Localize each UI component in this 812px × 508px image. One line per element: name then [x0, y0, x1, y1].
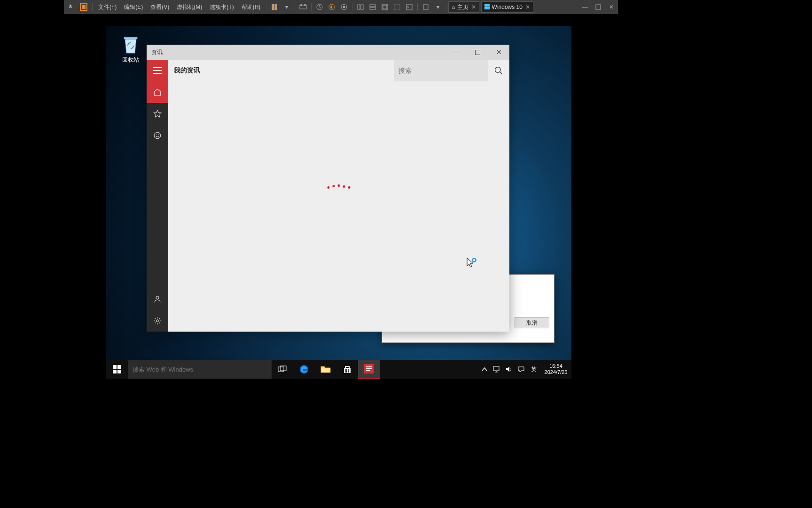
start-button[interactable] [106, 360, 128, 379]
news-header: 我的资讯 [168, 60, 509, 81]
guest-desktop: 回收站 取消 资讯 — ✕ [106, 26, 571, 379]
svg-rect-16 [383, 5, 387, 9]
unity-icon[interactable] [391, 0, 403, 14]
search-icon [494, 66, 503, 75]
send-ctrl-alt-del-icon[interactable] [297, 0, 309, 14]
svg-rect-6 [304, 4, 305, 6]
tray-ime-indicator[interactable]: 英 [527, 360, 540, 379]
svg-rect-13 [370, 5, 375, 7]
nav-settings[interactable] [147, 310, 168, 332]
tray-network-icon[interactable] [491, 360, 503, 379]
svg-rect-21 [487, 4, 490, 7]
nav-feedback[interactable] [147, 125, 168, 146]
vmware-minimize-button[interactable]: — [578, 0, 592, 14]
svg-rect-14 [370, 8, 375, 9]
svg-point-31 [495, 67, 501, 73]
svg-point-27 [156, 135, 157, 135]
vmware-maximize-button[interactable] [592, 0, 605, 14]
hamburger-button[interactable] [147, 60, 168, 81]
taskbar-search-input[interactable] [128, 360, 272, 379]
window-title: 资讯 [151, 48, 163, 56]
svg-rect-45 [348, 371, 349, 373]
pin-icon[interactable] [64, 0, 77, 14]
clock-date: 2024/7/25 [542, 369, 570, 375]
tab-label: Windows 10 [492, 4, 523, 10]
snapshot-take-icon[interactable] [313, 0, 326, 14]
nav-favorites[interactable] [147, 103, 168, 125]
vmware-close-button[interactable]: ✕ [605, 0, 618, 14]
stretch-dropdown-icon[interactable]: ▾ [432, 0, 444, 14]
taskbar-explorer[interactable] [315, 360, 336, 379]
news-titlebar[interactable]: 资讯 — ✕ [147, 45, 509, 60]
nav-home[interactable] [147, 81, 168, 103]
tab-windows10[interactable]: Windows 10 ✕ [481, 1, 533, 13]
window-maximize-button[interactable] [467, 45, 488, 60]
menu-view[interactable]: 查看(V) [147, 0, 173, 14]
recycle-bin-icon [121, 34, 140, 55]
svg-rect-11 [358, 5, 360, 9]
svg-rect-47 [366, 366, 372, 367]
search-button[interactable] [488, 60, 509, 81]
svg-rect-49 [366, 370, 370, 371]
task-view-icon [278, 365, 287, 373]
tray-action-center-icon[interactable] [515, 360, 527, 379]
window-minimize-button[interactable]: — [446, 45, 467, 60]
tab-close-icon[interactable]: ✕ [525, 4, 530, 10]
task-view-button[interactable] [272, 360, 293, 379]
svg-rect-17 [394, 4, 400, 10]
svg-point-10 [343, 6, 345, 8]
taskbar-clock[interactable]: 16:54 2024/7/25 [540, 360, 571, 378]
svg-rect-23 [487, 7, 490, 9]
menu-vm[interactable]: 虚拟机(M) [173, 0, 206, 14]
pause-icon[interactable] [268, 0, 281, 14]
fullscreen-icon[interactable] [379, 0, 391, 14]
svg-rect-1 [82, 5, 86, 9]
cancel-button[interactable]: 取消 [515, 317, 549, 328]
page-title: 我的资讯 [168, 66, 394, 75]
tray-overflow-button[interactable] [478, 360, 491, 379]
news-app-icon [364, 364, 374, 373]
store-icon [343, 365, 352, 374]
svg-point-29 [156, 296, 159, 299]
svg-rect-36 [113, 370, 117, 373]
stretch-icon[interactable] [420, 0, 432, 14]
vmware-menubar: 文件(F) 编辑(E) 查看(V) 虚拟机(M) 选项卡(T) 帮助(H) ▾ … [64, 0, 618, 14]
svg-rect-41 [321, 368, 330, 373]
view-multi-icon[interactable] [367, 0, 379, 14]
svg-rect-19 [423, 5, 428, 9]
menu-help[interactable]: 帮助(H) [238, 0, 265, 14]
svg-rect-37 [117, 370, 121, 373]
taskbar-news-app[interactable] [358, 360, 380, 379]
window-close-button[interactable]: ✕ [488, 45, 509, 60]
recycle-bin-label: 回收站 [117, 56, 145, 64]
svg-rect-2 [272, 4, 274, 10]
svg-rect-20 [484, 4, 487, 7]
recycle-bin[interactable]: 回收站 [117, 34, 145, 64]
snapshot-manager-icon[interactable] [338, 0, 350, 14]
windows-icon [113, 365, 121, 373]
tab-label: 主页 [457, 3, 468, 11]
svg-point-33 [473, 259, 475, 261]
mouse-cursor-busy-icon [466, 257, 477, 269]
search-input[interactable] [394, 60, 488, 81]
tab-home[interactable]: ⌂ 主页 ✕ [448, 1, 479, 13]
console-icon[interactable] [403, 0, 415, 14]
dropdown-icon[interactable]: ▾ [281, 0, 293, 14]
svg-rect-44 [345, 371, 347, 373]
folder-icon [320, 365, 331, 373]
menu-file[interactable]: 文件(F) [94, 0, 120, 14]
svg-rect-42 [345, 369, 347, 371]
tab-close-icon[interactable]: ✕ [471, 4, 476, 10]
loading-spinner [328, 186, 351, 189]
tray-volume-icon[interactable] [503, 360, 515, 379]
svg-rect-35 [117, 365, 121, 369]
svg-rect-5 [301, 4, 302, 6]
snapshot-revert-icon[interactable] [326, 0, 338, 14]
vmware-logo-icon[interactable] [77, 0, 90, 14]
nav-account[interactable] [147, 288, 168, 310]
menu-tabs[interactable]: 选项卡(T) [206, 0, 237, 14]
taskbar-store[interactable] [336, 360, 358, 379]
menu-edit[interactable]: 编辑(E) [120, 0, 147, 14]
view-single-icon[interactable] [354, 0, 367, 14]
taskbar-edge[interactable] [293, 360, 315, 379]
